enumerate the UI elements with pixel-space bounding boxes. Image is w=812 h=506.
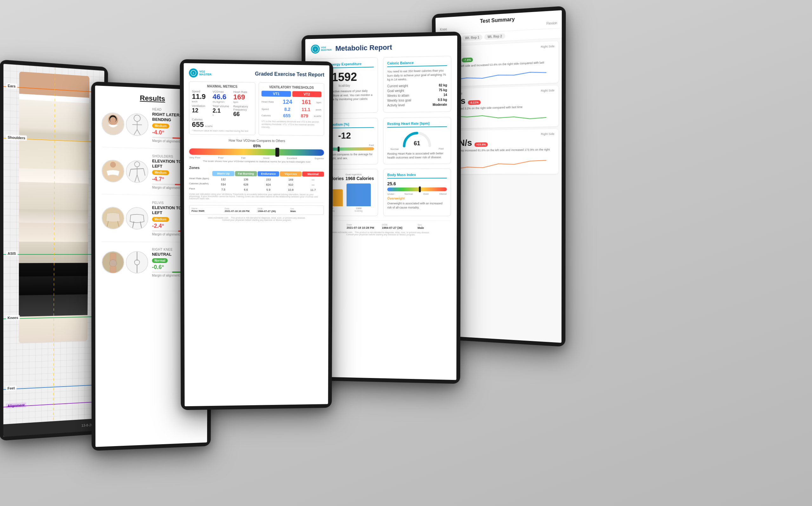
zone2-hr: 136 xyxy=(235,177,257,182)
bmi-description: Overweight is associated with an increas… xyxy=(387,201,447,209)
pelvis-photo-circle xyxy=(102,206,124,229)
knee-photo-circle xyxy=(102,251,124,274)
head-photo-circle xyxy=(102,112,124,136)
zone4-pace: 10.8 xyxy=(280,187,301,192)
zone4-cal: 910 xyxy=(280,182,301,187)
bmi-bar xyxy=(387,187,447,191)
tablet-gxt: T VO2 MASTER Graded Exercise Test Report… xyxy=(180,59,333,410)
hr-metric: Heart Rate 169 bpm xyxy=(233,90,253,104)
weekly-loss-item: Weekly loss goal 0.5 kg xyxy=(387,98,447,102)
patient-sex-item: Sex Male xyxy=(290,207,322,213)
zone-fatburn-header: Fat Burning xyxy=(235,171,257,176)
vt-speed-unit: km/h xyxy=(316,108,321,111)
vo2-pct-label: 65% xyxy=(189,143,324,149)
vt-grid: VT1 VT2 xyxy=(261,91,321,97)
vt2-header: VT2 xyxy=(292,91,321,97)
bmi-labels: Under Normal Over Obese xyxy=(387,192,447,195)
goal-weight-item: Goal weight 75 kg xyxy=(387,88,447,92)
svg-line-5 xyxy=(132,124,142,125)
bmi-category: Overweight xyxy=(387,197,447,200)
shoulders-skeleton-circle xyxy=(126,160,148,183)
vt1-speed: 8.2 xyxy=(278,106,296,112)
result-circles-knee xyxy=(102,251,148,274)
zone4-hr: 169 xyxy=(280,177,301,182)
vt-cal-unit: kcal/hr xyxy=(314,114,321,117)
svg-rect-20 xyxy=(110,266,116,273)
vt1-header: VT1 xyxy=(261,91,291,97)
speed-metric: Speed 11.9 km/h xyxy=(192,90,211,103)
maximal-metrics-section: Maximal Metrics Speed 11.9 km/h VO2max 4… xyxy=(189,81,256,135)
vt-footnote: VT1 is the first ventilatory threshold a… xyxy=(261,120,321,129)
tab-rep2[interactable]: Wt. Rep 2 xyxy=(484,33,505,40)
summary-knee-sublabel: Flexion xyxy=(546,21,557,25)
zone2-cal: 628 xyxy=(235,182,257,187)
calories-metric: Calories 655 kcal/hr xyxy=(192,118,253,129)
weeks-item: Weeks to attain 14 xyxy=(387,93,447,98)
peak-force2-sparkline xyxy=(445,158,554,171)
svg-point-9 xyxy=(134,162,140,167)
zone3-cal: 824 xyxy=(258,182,279,187)
vo2-indicator xyxy=(275,148,279,157)
severity-badge-knee: Normal xyxy=(152,258,168,263)
bmi-card: Body Mass Index 25.6 Under Normal Over O… xyxy=(383,169,451,217)
vent-metric: Ventilation 12 xyxy=(192,104,211,116)
summary-knee-label: Knee xyxy=(440,27,447,31)
goal-bar-label: 1968 xyxy=(356,207,361,210)
hrv-gauge-container: 61 Normal Fast xyxy=(387,130,447,151)
gxt-report-title: Graded Exercise Test Report xyxy=(215,70,325,78)
metrics-grid: Maximal Metrics Speed 11.9 km/h VO2max 4… xyxy=(189,81,325,136)
metabolic-logo-master: MASTER xyxy=(321,49,332,52)
pf-date: Date 2021-07-18 10:28 PM xyxy=(347,223,379,229)
gxt-footer-disclaimer: www.vo2master.com This product is not in… xyxy=(189,217,324,222)
metabolic-logo-icon: T xyxy=(311,45,320,54)
feet-line xyxy=(3,384,105,390)
knees-label: Knees xyxy=(6,315,20,320)
vt-hr-label: Heart Rate xyxy=(261,100,277,104)
svg-point-8 xyxy=(111,162,116,168)
svg-text:61: 61 xyxy=(414,140,420,146)
zone-endurance-header: Endurance xyxy=(258,171,279,176)
vt-speed-label: Speed xyxy=(261,107,277,110)
current-weight-item: Current weight 82 kg xyxy=(387,83,447,88)
maximal-metrics-title: Maximal Metrics xyxy=(192,84,253,89)
metabolic-header: T VO2 MASTER Metabolic Report xyxy=(311,41,451,54)
pf-sex: Sex Male xyxy=(417,223,451,229)
vt1-cal: 655 xyxy=(278,113,295,118)
svg-point-3 xyxy=(134,115,140,121)
svg-text:T: T xyxy=(193,72,194,74)
metabolic-logo: T VO2 MASTER xyxy=(311,45,331,54)
vo2-compare-desc: The scale shows how your VO2max compares… xyxy=(189,160,324,164)
result-circles-head xyxy=(102,112,148,136)
metabolism-indicator xyxy=(338,146,340,152)
svg-line-12 xyxy=(129,169,131,176)
severity-badge-head: Medium xyxy=(152,123,170,129)
bmi-title: Body Mass Index xyxy=(387,173,447,179)
bmi-indicator xyxy=(419,187,421,192)
shoulders-label: Shoulders xyxy=(6,135,27,141)
rate-of-force-badge: -8.11% xyxy=(468,100,481,105)
zone-vigorous-header: Vigorous xyxy=(280,171,302,176)
zone-cal-label: Calories (kcal/hr) xyxy=(189,182,212,187)
vt-section: Ventilatory Thresholds VT1 VT2 Heart Rat… xyxy=(259,82,324,136)
peak-force2-badge: +23.6% xyxy=(475,142,488,147)
svg-line-17 xyxy=(140,222,142,229)
svg-point-19 xyxy=(110,260,117,267)
severity-badge-shoulders: Medium xyxy=(152,170,169,175)
calories-goal: Goal Ingestion 1968 Calories xyxy=(345,173,374,181)
metrics-footnote: * Maximum value for each metric reached … xyxy=(192,129,253,132)
vo2-bar xyxy=(189,148,324,156)
svg-line-16 xyxy=(132,222,134,229)
zone-maximal-header: Maximal xyxy=(302,171,324,176)
patient-date-item: Date 2021-07-18 10:28 PM xyxy=(224,207,256,213)
hrv-title: Resting Heart Rate [bpm] xyxy=(387,121,447,128)
vt2-hr: 161 xyxy=(297,99,315,106)
zones-section: Zones Warm Up Fat Burning Endurance Vigo… xyxy=(189,166,324,200)
tab-rep1[interactable]: Wt. Rep 1 xyxy=(462,34,482,41)
vt-cal-label: Calories xyxy=(261,114,277,117)
caloric-balance-title: Caloric Balance xyxy=(387,60,447,67)
zones-footnote: Zones are calculated using your Ventilat… xyxy=(189,193,324,200)
asis-label: ASIS xyxy=(6,251,17,256)
zone5-hr: — xyxy=(302,177,324,182)
zone1-cal: 514 xyxy=(212,182,234,187)
zone-warmup-header: Warm Up xyxy=(212,171,234,176)
